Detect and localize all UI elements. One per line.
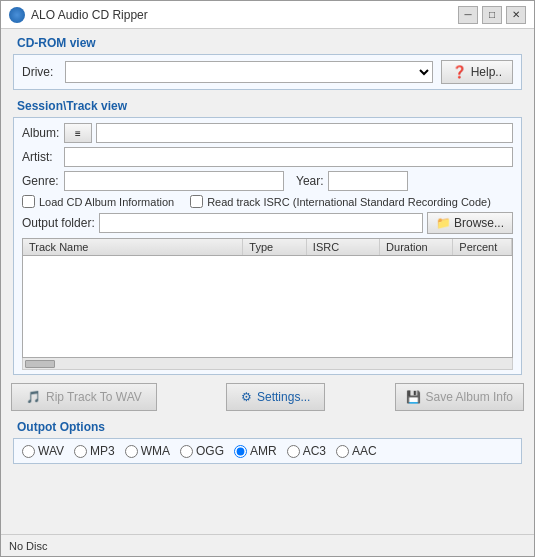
artist-row: Artist:	[22, 147, 513, 167]
format-radio-ac3[interactable]: AC3	[287, 444, 326, 458]
radio-wav[interactable]	[22, 445, 35, 458]
format-radio-amr[interactable]: AMR	[234, 444, 277, 458]
rip-icon: 🎵	[26, 390, 41, 404]
app-icon	[9, 7, 25, 23]
browse-button[interactable]: 📁 Browse...	[427, 212, 513, 234]
status-text: No Disc	[9, 540, 48, 552]
radio-wma[interactable]	[125, 445, 138, 458]
rip-track-button[interactable]: 🎵 Rip Track To WAV	[11, 383, 157, 411]
settings-button[interactable]: ⚙ Settings...	[226, 383, 325, 411]
output-folder-label: Output folder:	[22, 216, 95, 230]
save-album-button[interactable]: 💾 Save Album Info	[395, 383, 524, 411]
output-options-title: Outpot Options	[7, 417, 528, 436]
status-bar: No Disc	[1, 534, 534, 556]
drive-label: Drive:	[22, 65, 57, 79]
track-table[interactable]: Track Name Type ISRC Duration Percent	[22, 238, 513, 358]
table-hscrollbar[interactable]	[22, 358, 513, 370]
folder-icon: 📁	[436, 216, 451, 230]
help-icon: ❓	[452, 65, 467, 79]
output-folder-input[interactable]	[99, 213, 423, 233]
radio-amr[interactable]	[234, 445, 247, 458]
format-radio-ogg[interactable]: OGG	[180, 444, 224, 458]
col-track-name: Track Name	[23, 239, 243, 256]
radio-aac[interactable]	[336, 445, 349, 458]
window-controls: ─ □ ✕	[458, 6, 526, 24]
read-isrc-checkbox[interactable]	[190, 195, 203, 208]
load-cd-checkbox-label[interactable]: Load CD Album Information	[22, 195, 174, 208]
minimize-button[interactable]: ─	[458, 6, 478, 24]
read-isrc-checkbox-label[interactable]: Read track ISRC (International Standard …	[190, 195, 491, 208]
album-label: Album:	[22, 126, 60, 140]
col-type: Type	[243, 239, 307, 256]
read-isrc-label: Read track ISRC (International Standard …	[207, 196, 491, 208]
load-cd-checkbox[interactable]	[22, 195, 35, 208]
window-title: ALO Audio CD Ripper	[31, 8, 458, 22]
genre-year-row: Genre: Year:	[22, 171, 513, 191]
format-radio-mp3[interactable]: MP3	[74, 444, 115, 458]
genre-input[interactable]	[64, 171, 284, 191]
format-radio-aac[interactable]: AAC	[336, 444, 377, 458]
artist-input[interactable]	[64, 147, 513, 167]
radio-ogg[interactable]	[180, 445, 193, 458]
load-cd-label: Load CD Album Information	[39, 196, 174, 208]
album-picker-icon: ≡	[75, 128, 81, 139]
format-radio-row: WAVMP3WMAOGGAMRAC3AAC	[22, 444, 513, 458]
album-picker-button[interactable]: ≡	[64, 123, 92, 143]
format-radio-wma[interactable]: WMA	[125, 444, 170, 458]
artist-label: Artist:	[22, 150, 60, 164]
col-isrc: ISRC	[306, 239, 379, 256]
album-input[interactable]	[96, 123, 513, 143]
help-button[interactable]: ❓ Help..	[441, 60, 513, 84]
radio-ac3[interactable]	[287, 445, 300, 458]
drive-select[interactable]	[65, 61, 433, 83]
album-row: Album: ≡	[22, 123, 513, 143]
col-duration: Duration	[380, 239, 453, 256]
checkbox-row: Load CD Album Information Read track ISR…	[22, 195, 513, 208]
year-input[interactable]	[328, 171, 408, 191]
save-icon: 💾	[406, 390, 421, 404]
col-percent: Percent	[453, 239, 512, 256]
action-row: 🎵 Rip Track To WAV ⚙ Settings... 💾 Save …	[1, 379, 534, 415]
output-folder-row: Output folder: 📁 Browse...	[22, 212, 513, 234]
year-label: Year:	[296, 174, 324, 188]
genre-label: Genre:	[22, 174, 60, 188]
settings-icon: ⚙	[241, 390, 252, 404]
radio-mp3[interactable]	[74, 445, 87, 458]
session-track-section-title: Session\Track view	[7, 96, 528, 115]
close-button[interactable]: ✕	[506, 6, 526, 24]
maximize-button[interactable]: □	[482, 6, 502, 24]
format-radio-wav[interactable]: WAV	[22, 444, 64, 458]
cdrom-section-title: CD-ROM view	[7, 33, 528, 52]
title-bar: ALO Audio CD Ripper ─ □ ✕	[1, 1, 534, 29]
